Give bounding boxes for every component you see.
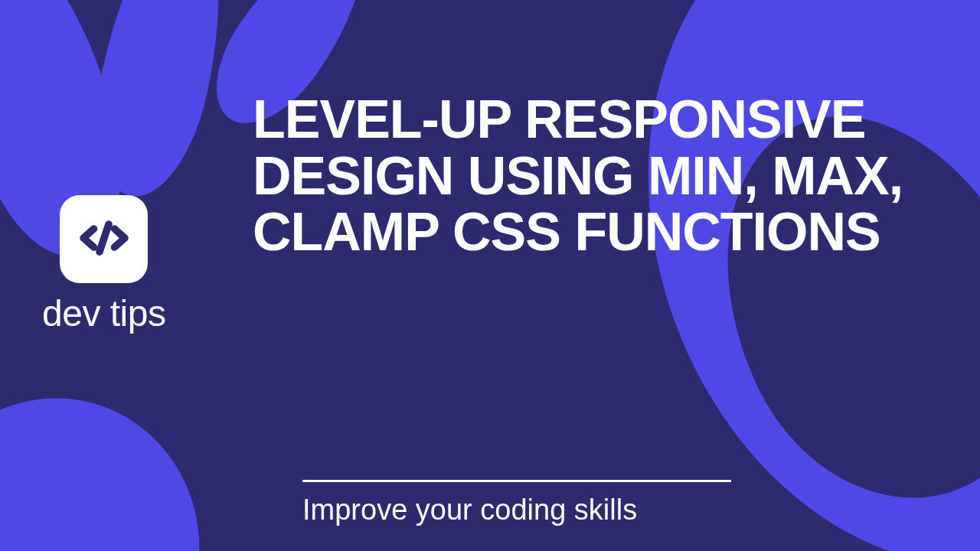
decorative-shape — [0, 375, 224, 551]
logo-badge — [60, 195, 148, 283]
headline: LEVEL-UP RESPONSIVE DESIGN USING MIN, MA… — [253, 92, 934, 261]
divider-line — [302, 480, 731, 482]
svg-line-0 — [100, 224, 109, 252]
logo-block: dev tips — [42, 195, 165, 334]
tagline: Improve your coding skills — [302, 494, 637, 527]
code-slash-icon — [77, 210, 132, 269]
logo-text: dev tips — [42, 292, 165, 334]
